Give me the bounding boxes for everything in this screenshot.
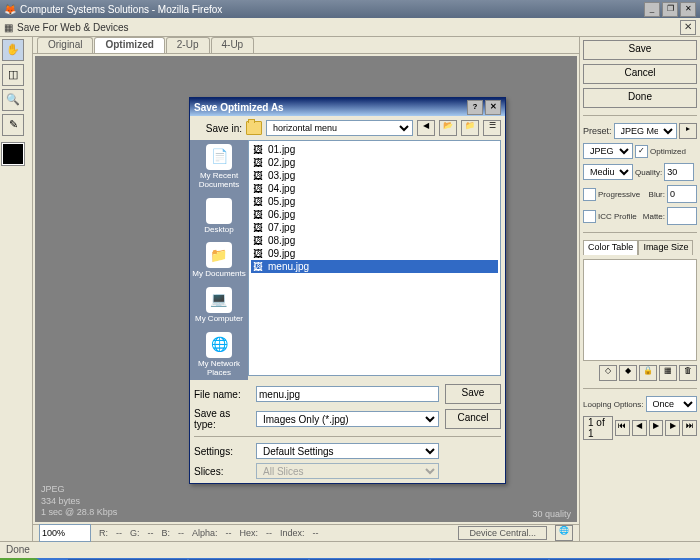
file-item[interactable]: 🖼menu.jpg <box>251 260 498 273</box>
file-item[interactable]: 🖼07.jpg <box>251 221 498 234</box>
quality-input[interactable] <box>664 163 694 181</box>
ct-lock-icon[interactable]: 🔒 <box>639 365 657 381</box>
ct-btn-1[interactable]: ◇ <box>599 365 617 381</box>
dialog-close-button[interactable]: ✕ <box>485 100 501 115</box>
window-title: Computer Systems Solutions - Mozilla Fir… <box>20 4 222 15</box>
frame-play-icon[interactable]: ▶ <box>649 420 664 436</box>
back-icon[interactable]: ◀ <box>417 120 435 136</box>
tab-color-table[interactable]: Color Table <box>583 240 638 255</box>
tab-4up[interactable]: 4-Up <box>211 37 255 53</box>
zoom-select[interactable] <box>39 524 91 542</box>
status-text: Done <box>6 544 30 555</box>
file-item[interactable]: 🖼04.jpg <box>251 182 498 195</box>
ct-btn-2[interactable]: ◆ <box>619 365 637 381</box>
mydocs-icon: 📁 <box>206 242 232 268</box>
minimize-button[interactable]: _ <box>644 2 660 17</box>
ct-new-icon[interactable]: ▦ <box>659 365 677 381</box>
file-item[interactable]: 🖼02.jpg <box>251 156 498 169</box>
folder-icon <box>246 121 262 135</box>
preview-tabs: Original Optimized 2-Up 4-Up <box>33 37 579 54</box>
icc-label: ICC Profile <box>598 212 637 221</box>
view-menu-icon[interactable]: ☰ <box>483 120 501 136</box>
matte-select[interactable] <box>667 207 697 225</box>
firefox-icon: 🦊 <box>4 4 16 15</box>
compression-select[interactable]: Medium <box>583 164 633 180</box>
tab-original[interactable]: Original <box>37 37 93 53</box>
filename-label: File name: <box>194 389 250 400</box>
format-select[interactable]: JPEG <box>583 143 633 159</box>
hand-tool[interactable]: ✋ <box>2 39 24 61</box>
file-item[interactable]: 🖼09.jpg <box>251 247 498 260</box>
place-network[interactable]: 🌐My Network Places <box>190 332 248 378</box>
savein-select[interactable]: horizontal menu <box>266 120 413 136</box>
subwindow-title: Save For Web & Devices <box>17 22 129 33</box>
tab-image-size[interactable]: Image Size <box>638 240 693 255</box>
place-mycomputer[interactable]: 💻My Computer <box>195 287 243 324</box>
looping-select[interactable]: Once <box>646 396 698 412</box>
preset-label: Preset: <box>583 126 612 136</box>
image-file-icon: 🖼 <box>253 183 265 195</box>
device-central-button[interactable]: Device Central... <box>458 526 547 540</box>
file-item[interactable]: 🖼01.jpg <box>251 143 498 156</box>
close-button[interactable]: ✕ <box>680 2 696 17</box>
preset-select[interactable]: JPEG Medium <box>614 123 677 139</box>
blur-input[interactable] <box>667 185 697 203</box>
savein-label: Save in: <box>194 123 242 134</box>
icc-checkbox[interactable] <box>583 210 596 223</box>
save-dialog: Save Optimized As ? ✕ Save in: horizonta… <box>189 97 506 484</box>
eyedropper-tool[interactable]: ✎ <box>2 114 24 136</box>
dialog-save-button[interactable]: Save <box>445 384 501 404</box>
zoom-tool[interactable]: 🔍 <box>2 89 24 111</box>
save-button[interactable]: Save <box>583 40 697 60</box>
tab-2up[interactable]: 2-Up <box>166 37 210 53</box>
up-icon[interactable]: 📂 <box>439 120 457 136</box>
done-button[interactable]: Done <box>583 88 697 108</box>
right-panel: Save Cancel Done Preset: JPEG Medium ▸ J… <box>579 37 700 541</box>
file-list[interactable]: 🖼01.jpg🖼02.jpg🖼03.jpg🖼04.jpg🖼05.jpg🖼06.j… <box>248 140 501 376</box>
saveas-select[interactable]: Images Only (*.jpg) <box>256 411 439 427</box>
progressive-checkbox[interactable] <box>583 188 596 201</box>
saveas-label: Save as type: <box>194 408 250 430</box>
place-desktop[interactable]: 🖥Desktop <box>204 198 233 235</box>
slice-tool[interactable]: ◫ <box>2 64 24 86</box>
image-file-icon: 🖼 <box>253 196 265 208</box>
frame-last-icon[interactable]: ⏭ <box>682 420 697 436</box>
file-item[interactable]: 🖼08.jpg <box>251 234 498 247</box>
dialog-cancel-button[interactable]: Cancel <box>445 409 501 429</box>
color-table <box>583 259 697 361</box>
optimized-label: Optimized <box>650 147 686 156</box>
optimized-checkbox[interactable]: ✓ <box>635 145 648 158</box>
place-mydocs[interactable]: 📁My Documents <box>192 242 245 279</box>
place-recent[interactable]: 📄My Recent Documents <box>190 144 248 190</box>
image-file-icon: 🖼 <box>253 209 265 221</box>
preset-menu-button[interactable]: ▸ <box>679 123 697 139</box>
subwindow-close-button[interactable]: ✕ <box>680 20 696 35</box>
ct-trash-icon[interactable]: 🗑 <box>679 365 697 381</box>
frame-next-icon[interactable]: ▶ <box>665 420 680 436</box>
settings-select[interactable]: Default Settings <box>256 443 439 459</box>
dialog-help-button[interactable]: ? <box>467 100 483 115</box>
preview-browser-button[interactable]: 🌐 <box>555 525 573 541</box>
tab-optimized[interactable]: Optimized <box>94 37 164 53</box>
cancel-button[interactable]: Cancel <box>583 64 697 84</box>
image-file-icon: 🖼 <box>253 248 265 260</box>
image-file-icon: 🖼 <box>253 157 265 169</box>
app-icon: ▦ <box>4 22 13 33</box>
foreground-swatch[interactable] <box>2 143 24 165</box>
places-bar: 📄My Recent Documents 🖥Desktop 📁My Docume… <box>190 140 248 380</box>
maximize-button[interactable]: ❐ <box>662 2 678 17</box>
file-item[interactable]: 🖼03.jpg <box>251 169 498 182</box>
bottom-bar: R:-- G:-- B:-- Alpha:-- Hex:-- Index:-- … <box>33 524 579 541</box>
filename-input[interactable] <box>256 386 439 402</box>
new-folder-icon[interactable]: 📁 <box>461 120 479 136</box>
image-file-icon: 🖼 <box>253 261 265 273</box>
file-item[interactable]: 🖼06.jpg <box>251 208 498 221</box>
recent-icon: 📄 <box>206 144 232 170</box>
slices-label: Slices: <box>194 466 250 477</box>
frame-prev-icon[interactable]: ◀ <box>632 420 647 436</box>
frame-first-icon[interactable]: ⏮ <box>615 420 630 436</box>
mycomputer-icon: 💻 <box>206 287 232 313</box>
firefox-titlebar: 🦊 Computer Systems Solutions - Mozilla F… <box>0 0 700 18</box>
file-item[interactable]: 🖼05.jpg <box>251 195 498 208</box>
settings-label: Settings: <box>194 446 250 457</box>
